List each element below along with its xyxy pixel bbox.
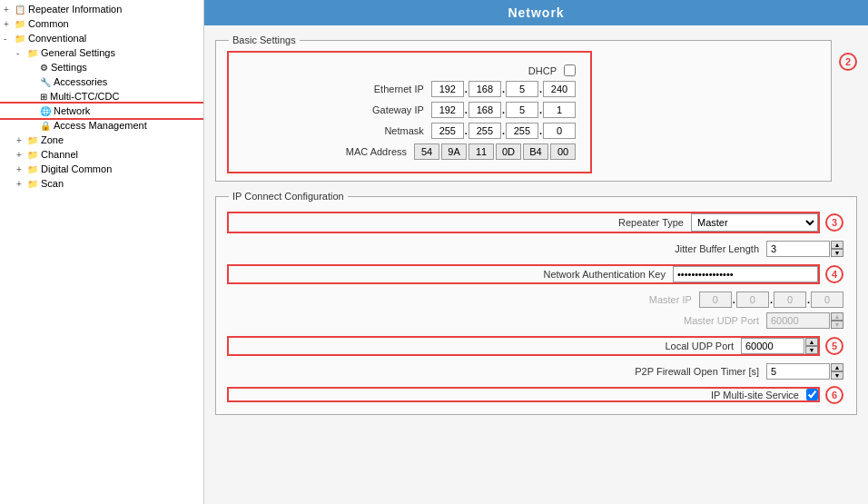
- tree-icon-settings: ⚙: [40, 63, 48, 73]
- dhcp-label: DHCP: [393, 65, 557, 76]
- tree-icon-scan: 📁: [27, 179, 38, 189]
- gateway-ip-1[interactable]: [431, 102, 464, 118]
- expand-icon-common[interactable]: +: [4, 19, 15, 29]
- sidebar-item-access-management[interactable]: 🔒Access Management: [0, 118, 203, 133]
- ethernet-ip-4[interactable]: [543, 81, 576, 97]
- expand-icon-conventional[interactable]: -: [4, 34, 15, 44]
- local-udp-up[interactable]: ▲: [805, 338, 818, 346]
- master-udp-up[interactable]: ▲: [831, 312, 843, 321]
- sidebar-item-accessories[interactable]: 🔧Accessories: [0, 74, 203, 89]
- mac-4[interactable]: [496, 143, 521, 160]
- jitter-buffer-spinner: ▲ ▼: [766, 241, 843, 257]
- ethernet-ip-label: Ethernet IP: [261, 84, 424, 94]
- netmask-group: . . .: [431, 123, 576, 139]
- ip-dot-2: .: [502, 84, 505, 94]
- ethernet-ip-3[interactable]: [506, 81, 538, 97]
- ethernet-ip-1[interactable]: [431, 81, 464, 97]
- basic-settings-legend: Basic Settings: [229, 35, 300, 45]
- sidebar-item-digital-common[interactable]: +📁Digital Common: [0, 162, 203, 176]
- master-ip-3[interactable]: [774, 292, 806, 308]
- netmask-label: Netmask: [261, 125, 424, 136]
- jitter-buffer-input[interactable]: [766, 241, 830, 257]
- sidebar-item-conventional[interactable]: -📁Conventional: [0, 31, 203, 45]
- auth-key-label: Network Authentication Key: [502, 269, 666, 280]
- repeater-type-select[interactable]: Master Slave Single: [691, 213, 818, 232]
- sidebar-item-general-settings[interactable]: -📁General Settings: [0, 45, 203, 60]
- sidebar-item-network[interactable]: 🌐Network: [0, 104, 203, 118]
- master-udp-input[interactable]: [766, 312, 830, 329]
- ip-dot-5: .: [502, 104, 505, 115]
- master-ip-4[interactable]: [811, 292, 843, 308]
- netmask-4[interactable]: [543, 123, 576, 139]
- netmask-2[interactable]: [469, 123, 501, 139]
- gateway-ip-4[interactable]: [543, 102, 576, 118]
- multisite-checkbox[interactable]: [806, 389, 818, 400]
- local-udp-label: Local UDP Port: [570, 341, 734, 351]
- ip-dot-4: .: [465, 104, 468, 115]
- sidebar-item-settings[interactable]: ⚙Settings: [0, 60, 203, 74]
- jitter-buffer-up[interactable]: ▲: [831, 241, 843, 249]
- tree-label-conventional: Conventional: [28, 33, 86, 44]
- multisite-row: IP Multi-site Service: [229, 389, 818, 400]
- mac-3[interactable]: [469, 143, 494, 160]
- tree-icon-general-settings: 📁: [27, 48, 38, 58]
- auth-key-input[interactable]: [673, 266, 818, 282]
- gateway-ip-2[interactable]: [469, 102, 501, 118]
- ethernet-ip-2[interactable]: [469, 81, 501, 97]
- tree-label-multi-ctc: Multi-CTC/CDC: [50, 91, 119, 102]
- tree-label-digital-common: Digital Common: [41, 163, 112, 174]
- tree-icon-digital-common: 📁: [27, 164, 38, 174]
- p2p-input[interactable]: [766, 363, 830, 380]
- gateway-ip-3[interactable]: [506, 102, 538, 118]
- expand-icon-zone[interactable]: +: [16, 135, 27, 145]
- gateway-ip-label: Gateway IP: [261, 104, 424, 115]
- master-udp-btns: ▲ ▼: [831, 312, 843, 329]
- tree-icon-repeater-info: 📋: [15, 5, 25, 15]
- tree-label-settings: Settings: [51, 62, 87, 73]
- sidebar-item-multi-ctc[interactable]: ⊞Multi-CTC/CDC: [0, 89, 203, 104]
- sidebar-item-common[interactable]: +📁Common: [0, 16, 203, 31]
- expand-icon-general-settings[interactable]: -: [16, 48, 27, 58]
- tree-icon-conventional: 📁: [15, 34, 25, 44]
- expand-icon-digital-common[interactable]: +: [16, 164, 27, 174]
- netmask-3[interactable]: [506, 123, 538, 139]
- master-ip-1[interactable]: [699, 292, 732, 308]
- gateway-ip-group: . . .: [431, 102, 576, 118]
- mac-5[interactable]: [523, 143, 548, 160]
- sidebar-item-scan[interactable]: +📁Scan: [0, 176, 203, 191]
- master-ip-group: . . .: [699, 292, 843, 308]
- master-udp-down[interactable]: ▼: [831, 321, 843, 329]
- expand-icon-channel[interactable]: +: [16, 150, 27, 160]
- basic-settings-section: Basic Settings DHCP Ethernet IP .: [215, 35, 857, 191]
- local-udp-down[interactable]: ▼: [805, 346, 818, 354]
- tree-label-general-settings: General Settings: [41, 47, 115, 58]
- expand-icon-scan[interactable]: +: [16, 179, 27, 189]
- sidebar-item-channel[interactable]: +📁Channel: [0, 147, 203, 162]
- ip-dot-1: .: [465, 84, 468, 94]
- gateway-ip-row: Gateway IP . . .: [243, 102, 576, 118]
- local-udp-input[interactable]: [741, 338, 804, 354]
- ethernet-ip-row: Ethernet IP . . .: [243, 81, 576, 97]
- expand-icon-repeater-info[interactable]: +: [4, 5, 15, 15]
- page-title: Network: [204, 0, 868, 25]
- mac-1[interactable]: [414, 143, 439, 160]
- mac-2[interactable]: [441, 143, 467, 160]
- jitter-buffer-down[interactable]: ▼: [831, 249, 843, 257]
- ip-dot-6: .: [539, 104, 542, 115]
- tree-icon-zone: 📁: [27, 135, 38, 145]
- p2p-down[interactable]: ▼: [831, 371, 843, 380]
- sidebar-item-repeater-info[interactable]: +📋Repeater Information: [0, 2, 203, 16]
- master-ip-2[interactable]: [736, 292, 769, 308]
- netmask-1[interactable]: [431, 123, 464, 139]
- mac-6[interactable]: [550, 143, 576, 160]
- dhcp-checkbox[interactable]: [564, 64, 576, 76]
- sidebar-item-zone[interactable]: +📁Zone: [0, 133, 203, 147]
- mac-label: MAC Address: [243, 146, 407, 157]
- p2p-up[interactable]: ▲: [831, 363, 843, 371]
- local-udp-spinner: ▲ ▼: [741, 338, 818, 354]
- dhcp-row: DHCP: [243, 64, 576, 76]
- main-content: Network Basic Settings DHCP Ethernet IP: [204, 0, 868, 504]
- tree-icon-channel: 📁: [27, 150, 38, 160]
- jitter-buffer-row: Jitter Buffer Length ▲ ▼: [229, 241, 843, 257]
- ip-connect-legend: IP Connect Configuration: [229, 191, 348, 202]
